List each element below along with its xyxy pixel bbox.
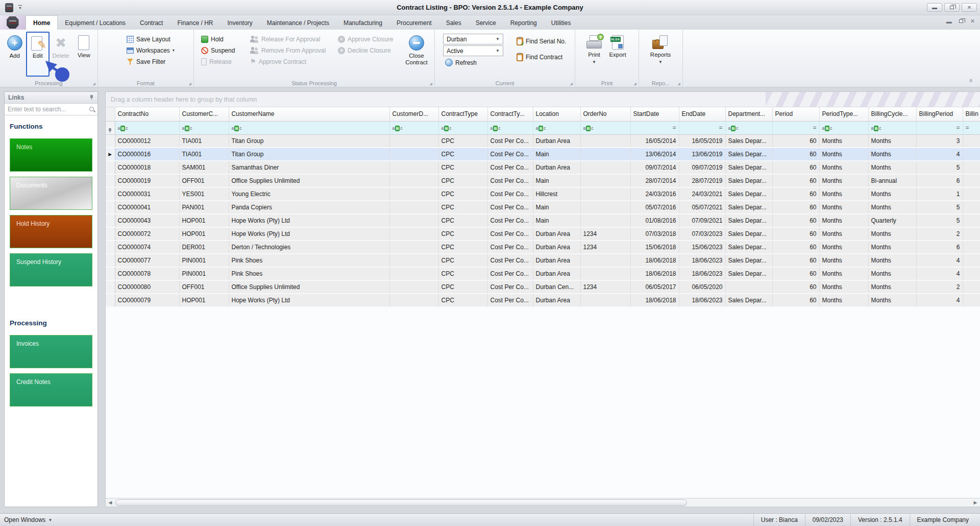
- scroll-left-icon[interactable]: ◀: [106, 499, 114, 507]
- search-input[interactable]: [8, 106, 87, 113]
- grid-cell[interactable]: CO0000080: [115, 280, 179, 294]
- grid-cell[interactable]: [389, 148, 438, 161]
- filter-cell[interactable]: =: [679, 121, 725, 134]
- grid-cell[interactable]: [389, 280, 438, 294]
- grid-cell[interactable]: 60: [772, 201, 819, 214]
- grid-cell[interactable]: 60: [772, 254, 819, 267]
- grid-cell[interactable]: [580, 267, 630, 280]
- grid-cell[interactable]: Sales Depar...: [725, 214, 772, 227]
- grid-cell[interactable]: Cost Per Co...: [487, 161, 533, 174]
- table-row[interactable]: CO0000019 OFF001 Office Supplies Unlimit…: [106, 174, 980, 187]
- grid-cell[interactable]: Durban Area: [533, 161, 580, 174]
- grid-cell[interactable]: [963, 201, 980, 214]
- grid-cell[interactable]: Months: [868, 201, 916, 214]
- open-windows-button[interactable]: Open Windows ▼: [4, 516, 52, 523]
- column-header[interactable]: Department...: [725, 107, 772, 121]
- grid-cell[interactable]: 60: [772, 227, 819, 241]
- table-row[interactable]: ▶ CO0000016 TIA001 Titan Group CPC Cost …: [106, 148, 980, 161]
- column-header[interactable]: StartDate: [630, 107, 679, 121]
- sidebar-function-button[interactable]: Documents: [10, 177, 92, 210]
- grid-cell[interactable]: [963, 294, 980, 307]
- collapse-ribbon-icon[interactable]: ∧: [969, 77, 973, 84]
- grid-cell[interactable]: 28/07/2014: [630, 174, 679, 187]
- sidebar-function-button[interactable]: Suspend History: [10, 253, 92, 286]
- grid-cell[interactable]: 4: [916, 254, 963, 267]
- grid-cell[interactable]: 09/07/2019: [679, 161, 725, 174]
- grid-cell[interactable]: PIN0001: [179, 267, 229, 280]
- grid-cell[interactable]: CO0000079: [115, 294, 179, 307]
- grid-cell[interactable]: CO0000018: [115, 161, 179, 174]
- grid-cell[interactable]: Months: [868, 241, 916, 254]
- column-header[interactable]: BillingCycle...: [868, 107, 916, 121]
- ribbon-tab[interactable]: Reporting: [503, 16, 544, 30]
- filter-cell[interactable]: aBc: [438, 121, 487, 134]
- filter-cell[interactable]: =: [772, 121, 819, 134]
- grid-cell[interactable]: Main: [533, 148, 580, 161]
- branch-select[interactable]: Durban ▼: [443, 34, 503, 44]
- grid-cell[interactable]: Durban Cen...: [533, 280, 580, 294]
- grid-cell[interactable]: [963, 161, 980, 174]
- grid-cell[interactable]: [389, 187, 438, 201]
- close-contract-button[interactable]: Close Contract: [402, 32, 431, 78]
- grid-cell[interactable]: Durban Area: [533, 241, 580, 254]
- grid-cell[interactable]: CO0000072: [115, 227, 179, 241]
- application-button[interactable]: [0, 15, 26, 30]
- grid-cell[interactable]: CO0000012: [115, 134, 179, 148]
- grid-cell[interactable]: 15/06/2018: [630, 241, 679, 254]
- dialog-launcher-icon[interactable]: ◢: [634, 82, 636, 86]
- grid-cell[interactable]: CO0000043: [115, 214, 179, 227]
- grid-cell[interactable]: Hillcrest: [533, 187, 580, 201]
- grid-cell[interactable]: Cost Per Co...: [487, 254, 533, 267]
- grid-cell[interactable]: [389, 294, 438, 307]
- grid-cell[interactable]: [389, 161, 438, 174]
- grid-cell[interactable]: [725, 280, 772, 294]
- grid-cell[interactable]: 13/06/2014: [630, 148, 679, 161]
- grid-cell[interactable]: Months: [868, 267, 916, 280]
- hold-button[interactable]: Hold: [199, 34, 248, 44]
- grid-cell[interactable]: Months: [868, 227, 916, 241]
- grid-cell[interactable]: DER001: [179, 241, 229, 254]
- grid-cell[interactable]: 4: [916, 148, 963, 161]
- grid-cell[interactable]: 13/06/2019: [679, 148, 725, 161]
- grid-cell[interactable]: Samanthas Diner: [229, 161, 389, 174]
- dialog-launcher-icon[interactable]: ◢: [678, 82, 680, 86]
- ribbon-tab[interactable]: Equipment / Locations: [58, 16, 133, 30]
- grid-cell[interactable]: [389, 241, 438, 254]
- grid-cell[interactable]: 06/05/2017: [630, 280, 679, 294]
- grid-cell[interactable]: CO0000016: [115, 148, 179, 161]
- grid-cell[interactable]: Sales Depar...: [725, 161, 772, 174]
- sidebar-function-button[interactable]: Hold History: [10, 215, 92, 248]
- grid-cell[interactable]: Hope Works (Pty) Ltd: [229, 294, 389, 307]
- grid-cell[interactable]: 15/06/2023: [679, 241, 725, 254]
- grid-cell[interactable]: Sales Depar...: [725, 294, 772, 307]
- view-button[interactable]: View: [72, 32, 95, 77]
- grid-cell[interactable]: [389, 134, 438, 148]
- filter-cell[interactable]: aBc: [580, 121, 630, 134]
- grid-cell[interactable]: 2: [916, 227, 963, 241]
- grid-cell[interactable]: Hope Works (Pty) Ltd: [229, 214, 389, 227]
- grid-cell[interactable]: 1234: [580, 227, 630, 241]
- minimize-button[interactable]: ▬: [927, 3, 942, 12]
- grid-cell[interactable]: CPC: [438, 201, 487, 214]
- grid-cell[interactable]: [389, 214, 438, 227]
- grid-cell[interactable]: Pink Shoes: [229, 254, 389, 267]
- grid-cell[interactable]: 5: [916, 161, 963, 174]
- table-row[interactable]: CO0000074 DER001 Derton / Technologies C…: [106, 241, 980, 254]
- grid-cell[interactable]: Months: [819, 148, 868, 161]
- grid-cell[interactable]: CPC: [438, 134, 487, 148]
- grid-cell[interactable]: [963, 267, 980, 280]
- grid-cell[interactable]: Months: [868, 294, 916, 307]
- grid-cell[interactable]: 3: [916, 134, 963, 148]
- grid-cell[interactable]: Months: [868, 187, 916, 201]
- grid-cell[interactable]: Derton / Technologies: [229, 241, 389, 254]
- filter-cell[interactable]: aBc: [179, 121, 229, 134]
- grid-cell[interactable]: Panda Copiers: [229, 201, 389, 214]
- grid-cell[interactable]: [389, 267, 438, 280]
- grid-cell[interactable]: [389, 201, 438, 214]
- grid-cell[interactable]: 60: [772, 187, 819, 201]
- grid-cell[interactable]: CPC: [438, 280, 487, 294]
- workspaces-button[interactable]: Workspaces ▾: [125, 45, 191, 56]
- grid-cell[interactable]: 24/03/2021: [679, 187, 725, 201]
- grid-cell[interactable]: Young Electric: [229, 187, 389, 201]
- table-row[interactable]: CO0000041 PAN001 Panda Copiers CPC Cost …: [106, 201, 980, 214]
